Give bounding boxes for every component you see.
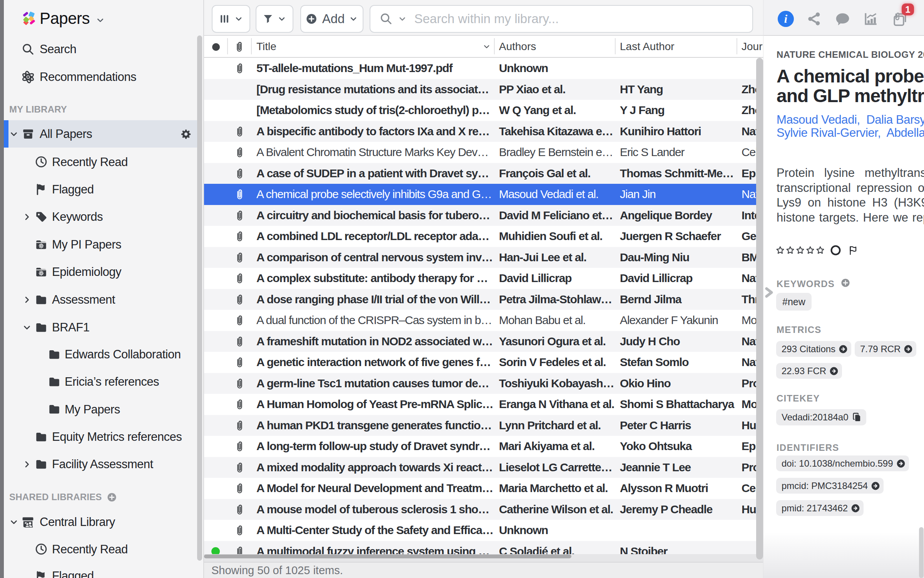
svg-text:i: i <box>784 12 788 25</box>
